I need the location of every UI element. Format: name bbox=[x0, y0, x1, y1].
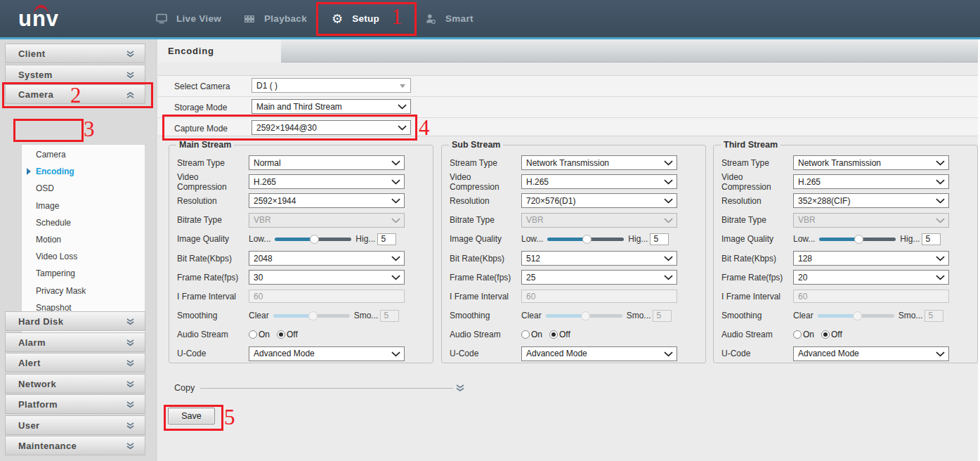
third-audio-off-radio[interactable] bbox=[821, 330, 830, 339]
capture-mode-select[interactable]: 2592×1944@30 bbox=[251, 120, 411, 135]
sidebar-section-user[interactable]: User bbox=[5, 415, 145, 435]
sub-image-quality-slider[interactable] bbox=[547, 235, 624, 244]
main-image-quality-input[interactable] bbox=[377, 233, 396, 245]
sidebar-section-alarm[interactable]: Alarm bbox=[5, 332, 145, 352]
sub-bitrate-type-select: VBR bbox=[521, 213, 677, 228]
main-resolution-value: 2592×1944 bbox=[249, 196, 296, 206]
sidebar-item-privacy-mask-label: Privacy Mask bbox=[36, 286, 86, 296]
main-image-quality-slider[interactable] bbox=[275, 235, 351, 244]
main-stream-type-select[interactable]: Normal bbox=[249, 155, 405, 170]
sidebar-section-camera[interactable]: Camera bbox=[5, 84, 145, 104]
sidebar-item-schedule[interactable]: Schedule bbox=[22, 214, 145, 231]
tab-encoding[interactable]: Encoding bbox=[158, 39, 281, 63]
nav-smart-label: Smart bbox=[445, 13, 473, 24]
main-stream-type-value: Normal bbox=[249, 158, 281, 168]
sub-video-compression-select[interactable]: H.265 bbox=[521, 174, 677, 189]
main-audio-off-radio[interactable] bbox=[277, 330, 285, 339]
third-frame-rate-select[interactable]: 20 bbox=[793, 270, 949, 285]
main-stream-panel: Main Stream Stream Type Normal Video Com… bbox=[169, 145, 433, 363]
sidebar-section-network[interactable]: Network bbox=[5, 374, 145, 394]
on-label: On bbox=[531, 330, 542, 339]
slider-track bbox=[313, 314, 349, 318]
chevron-down-icon bbox=[391, 198, 400, 204]
third-image-quality-slider[interactable] bbox=[819, 235, 896, 244]
capture-mode-label: Capture Mode bbox=[174, 124, 228, 134]
sub-image-quality-input[interactable] bbox=[650, 233, 669, 245]
slider-fill bbox=[273, 314, 313, 318]
sidebar-item-camera[interactable]: Camera bbox=[22, 146, 145, 163]
sidebar-section-network-label: Network bbox=[6, 379, 56, 389]
main-smoothing-input bbox=[380, 310, 399, 322]
chevron-double-down-icon bbox=[126, 443, 135, 450]
slider-track bbox=[859, 238, 896, 241]
nav-setup[interactable]: ⚙ Setup bbox=[332, 0, 379, 37]
third-image-quality-input[interactable] bbox=[922, 233, 941, 245]
main-bitrate-type-select: VBR bbox=[249, 213, 405, 228]
stream-type-label: Stream Type bbox=[714, 158, 793, 168]
sidebar-item-osd[interactable]: OSD bbox=[22, 180, 145, 197]
third-bit-rate-value: 128 bbox=[794, 254, 812, 264]
third-stream-title: Third Stream bbox=[721, 140, 780, 150]
nav-live-view[interactable]: Live View bbox=[156, 0, 221, 37]
sub-frame-rate-select[interactable]: 25 bbox=[521, 270, 677, 285]
chevron-down-icon bbox=[936, 275, 945, 280]
off-label: Off bbox=[831, 330, 842, 339]
slider-thumb[interactable] bbox=[582, 235, 592, 244]
third-resolution-select[interactable]: 352×288(CIF) bbox=[793, 193, 949, 208]
nav-smart[interactable]: Smart bbox=[425, 0, 473, 37]
sidebar-section-client[interactable]: Client bbox=[5, 44, 145, 63]
sub-bit-rate-value: 512 bbox=[522, 254, 540, 264]
third-bit-rate-select[interactable]: 128 bbox=[793, 251, 949, 266]
third-u-code-select[interactable]: Advanced Mode bbox=[793, 346, 949, 361]
slider-fill bbox=[547, 238, 587, 241]
sidebar-item-video-loss[interactable]: Video Loss bbox=[22, 248, 145, 265]
main-audio-on-radio[interactable] bbox=[249, 330, 257, 339]
audio-stream-label: Audio Stream bbox=[169, 330, 249, 339]
main-resolution-select[interactable]: 2592×1944 bbox=[249, 193, 405, 208]
low-label: Low... bbox=[249, 234, 270, 244]
off-label: Off bbox=[287, 330, 298, 339]
sub-stream-type-select[interactable]: Network Transmission bbox=[521, 155, 677, 170]
slider-track bbox=[315, 238, 351, 241]
on-label: On bbox=[803, 330, 814, 339]
chevron-double-down-icon bbox=[126, 318, 135, 325]
main-video-compression-select[interactable]: H.265 bbox=[249, 174, 405, 189]
sidebar-item-motion[interactable]: Motion bbox=[22, 231, 145, 248]
copy-expand-chevron-icon[interactable] bbox=[455, 384, 465, 392]
sidebar-item-encoding[interactable]: Encoding bbox=[22, 163, 145, 180]
select-camera-dropdown[interactable]: D1 ( ) bbox=[251, 78, 411, 93]
sidebar-item-privacy-mask[interactable]: Privacy Mask bbox=[22, 283, 145, 299]
smooth-label: Smo... bbox=[354, 311, 379, 320]
sidebar-section-hard-disk[interactable]: Hard Disk bbox=[5, 311, 145, 331]
nav-playback[interactable]: Playback bbox=[244, 0, 307, 37]
slider-thumb[interactable] bbox=[854, 235, 863, 244]
smoothing-label: Smoothing bbox=[714, 311, 793, 320]
sub-resolution-select[interactable]: 720×576(D1) bbox=[521, 193, 677, 208]
sidebar-section-alert[interactable]: Alert bbox=[5, 353, 145, 372]
sub-audio-on-radio[interactable] bbox=[521, 330, 530, 339]
main-frame-rate-select[interactable]: 30 bbox=[249, 270, 405, 285]
sidebar-item-image[interactable]: Image bbox=[22, 197, 145, 214]
third-audio-on-radio[interactable] bbox=[793, 330, 802, 339]
on-label: On bbox=[259, 330, 270, 339]
third-stream-type-select[interactable]: Network Transmission bbox=[793, 155, 949, 170]
third-video-compression-select[interactable]: H.265 bbox=[793, 174, 949, 189]
sidebar-section-maintenance[interactable]: Maintenance bbox=[5, 436, 145, 455]
sidebar-item-tampering[interactable]: Tampering bbox=[22, 265, 145, 282]
main-bit-rate-select[interactable]: 2048 bbox=[249, 251, 405, 266]
clear-label: Clear bbox=[793, 311, 814, 320]
sub-bit-rate-select[interactable]: 512 bbox=[521, 251, 677, 266]
clear-label: Clear bbox=[249, 311, 269, 320]
sidebar-section-system[interactable]: System bbox=[5, 65, 145, 84]
storage-mode-select[interactable]: Main and Third Stream bbox=[251, 99, 411, 114]
slider-thumb[interactable] bbox=[310, 235, 319, 244]
chevron-double-down-icon bbox=[126, 381, 135, 388]
main-u-code-select[interactable]: Advanced Mode bbox=[249, 346, 405, 361]
bit-rate-label: Bit Rate(Kbps) bbox=[169, 254, 249, 264]
sidebar-section-platform[interactable]: Platform bbox=[5, 394, 145, 414]
save-button[interactable]: Save bbox=[168, 408, 215, 424]
sub-u-code-select[interactable]: Advanced Mode bbox=[521, 346, 677, 361]
sidebar-section-system-label: System bbox=[6, 70, 53, 80]
image-quality-label: Image Quality bbox=[169, 234, 249, 244]
sub-audio-off-radio[interactable] bbox=[549, 330, 558, 339]
